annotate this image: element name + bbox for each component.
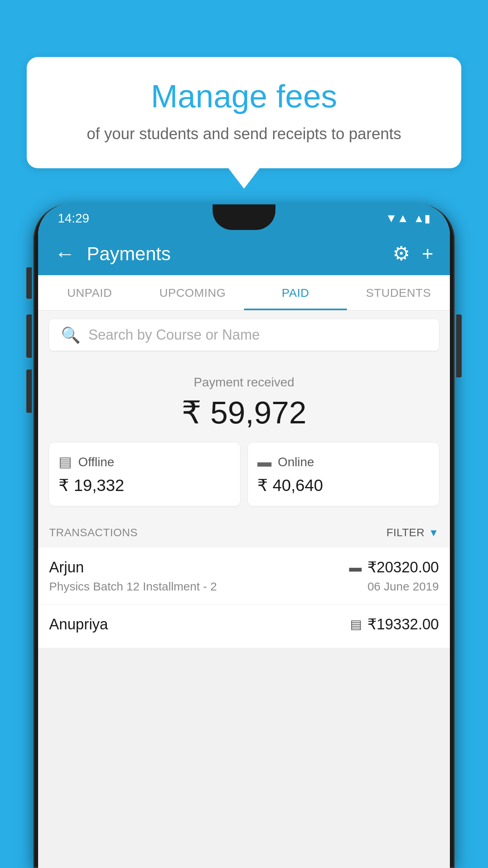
- phone-frame: 14:29 ▼▲ ▲▮ ← Payments ⚙ + UNPAID: [33, 204, 455, 868]
- header-icons: ⚙ +: [393, 242, 433, 265]
- online-amount: ₹ 40,640: [257, 476, 429, 495]
- payment-received-label: Payment received: [49, 375, 439, 390]
- transaction-row-top: Arjun ▬ ₹20320.00: [49, 559, 439, 576]
- app-header: ← Payments ⚙ +: [38, 232, 450, 275]
- transaction-student-name: Anupriya: [49, 616, 108, 633]
- offline-payment-icon: ▤: [59, 454, 72, 470]
- transaction-amount-row: ▤ ₹19332.00: [350, 616, 439, 633]
- status-icons: ▼▲ ▲▮: [385, 211, 430, 225]
- search-bar[interactable]: 🔍 Search by Course or Name: [49, 319, 439, 351]
- tab-unpaid[interactable]: UNPAID: [38, 275, 141, 310]
- offline-amount: ₹ 19,332: [59, 476, 231, 495]
- phone-outer: 14:29 ▼▲ ▲▮ ← Payments ⚙ + UNPAID: [33, 204, 455, 868]
- tab-upcoming[interactable]: UPCOMING: [141, 275, 244, 310]
- back-button[interactable]: ←: [55, 242, 75, 265]
- offline-label: Offline: [78, 455, 114, 469]
- transaction-list: Arjun ▬ ₹20320.00 Physics Batch 12 Insta…: [38, 548, 450, 648]
- table-row[interactable]: Anupriya ▤ ₹19332.00: [38, 605, 450, 648]
- transaction-row-bottom: Physics Batch 12 Installment - 2 06 June…: [49, 580, 439, 593]
- tab-paid[interactable]: PAID: [244, 275, 347, 310]
- transaction-student-name: Arjun: [49, 559, 84, 576]
- transaction-amount-row: ▬ ₹20320.00: [349, 559, 439, 576]
- status-time: 14:29: [58, 211, 89, 226]
- payment-cards: ▤ Offline ₹ 19,332 ▬ Online ₹ 40,640: [49, 443, 439, 506]
- transaction-date: 06 June 2019: [367, 580, 439, 593]
- bubble-title: Manage fees: [50, 79, 438, 114]
- payment-summary: Payment received ₹ 59,972 ▤ Offline ₹ 19…: [38, 359, 450, 518]
- transaction-amount: ₹20320.00: [367, 559, 439, 576]
- filter-label: FILTER: [386, 526, 424, 539]
- signal-icon: ▲▮: [413, 212, 430, 225]
- offline-mode-icon: ▤: [350, 617, 362, 632]
- online-label: Online: [278, 455, 314, 469]
- phone-notch: [213, 204, 275, 230]
- online-card: ▬ Online ₹ 40,640: [248, 443, 439, 506]
- tab-students[interactable]: STUDENTS: [347, 275, 450, 310]
- settings-icon[interactable]: ⚙: [393, 242, 410, 265]
- offline-card: ▤ Offline ₹ 19,332: [49, 443, 240, 506]
- wifi-icon: ▼▲: [385, 211, 409, 225]
- phone-screen: 14:29 ▼▲ ▲▮ ← Payments ⚙ + UNPAID: [38, 204, 450, 868]
- volume-down-button: [26, 370, 32, 413]
- tabs-bar: UNPAID UPCOMING PAID STUDENTS: [38, 275, 450, 311]
- table-row[interactable]: Arjun ▬ ₹20320.00 Physics Batch 12 Insta…: [38, 548, 450, 605]
- online-payment-icon: ▬: [257, 454, 272, 470]
- search-container: 🔍 Search by Course or Name: [38, 311, 450, 359]
- transaction-course: Physics Batch 12 Installment - 2: [49, 580, 217, 593]
- volume-up-button: [26, 314, 32, 358]
- filter-icon: ▼: [429, 527, 439, 539]
- offline-card-header: ▤ Offline: [59, 454, 231, 470]
- filter-button[interactable]: FILTER ▼: [386, 526, 439, 539]
- add-icon[interactable]: +: [422, 242, 433, 265]
- transactions-header: TRANSACTIONS FILTER ▼: [38, 518, 450, 548]
- online-mode-icon: ▬: [349, 560, 362, 575]
- transaction-row-top: Anupriya ▤ ₹19332.00: [49, 616, 439, 633]
- transactions-label: TRANSACTIONS: [49, 526, 138, 539]
- bubble-subtitle: of your students and send receipts to pa…: [50, 123, 438, 145]
- search-input[interactable]: Search by Course or Name: [88, 327, 260, 343]
- transaction-amount: ₹19332.00: [367, 616, 439, 633]
- page-title: Payments: [87, 243, 393, 265]
- online-card-header: ▬ Online: [257, 454, 429, 470]
- power-button: [456, 314, 462, 377]
- payment-total-amount: ₹ 59,972: [49, 394, 439, 431]
- search-icon: 🔍: [61, 326, 81, 344]
- speech-bubble: Manage fees of your students and send re…: [27, 57, 461, 168]
- speech-bubble-container: Manage fees of your students and send re…: [27, 57, 461, 168]
